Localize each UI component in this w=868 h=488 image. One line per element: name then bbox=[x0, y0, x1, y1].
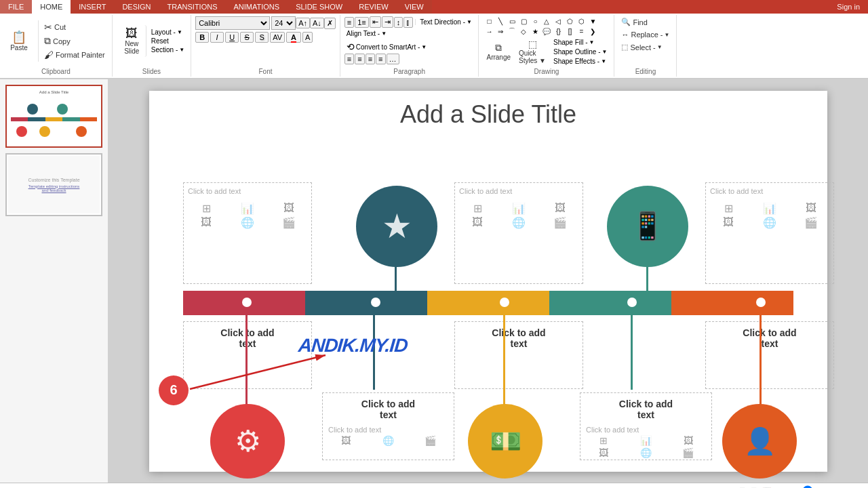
placeholder-icon: 🖼 bbox=[186, 216, 226, 229]
shape-chevron[interactable]: ❯ bbox=[587, 26, 598, 36]
slide-thumb-2[interactable]: 2 Customize this Template Template editi… bbox=[5, 153, 102, 216]
cut-button[interactable]: ✂ Cut bbox=[41, 20, 108, 34]
shape-arrow[interactable]: → bbox=[484, 26, 494, 36]
slide-title[interactable]: Add a Slide Title bbox=[149, 100, 827, 129]
shape-fill-button[interactable]: Shape Fill -▼ bbox=[551, 38, 609, 47]
timeline-dot-3 bbox=[500, 298, 509, 307]
status-bar: Slide 1 of 2 Notes ⊞ ⊟ 📖 ▶ 60% bbox=[0, 483, 868, 488]
font-color-button[interactable]: A bbox=[286, 32, 301, 43]
char-spacing-button[interactable]: AV bbox=[270, 32, 285, 43]
new-slide-button[interactable]: 🖼 NewSlide bbox=[117, 25, 146, 57]
tab-design[interactable]: DESIGN bbox=[114, 0, 159, 14]
justify-button[interactable]: ≡ bbox=[376, 54, 385, 64]
increase-font-button[interactable]: A↑ bbox=[296, 18, 310, 28]
strikethrough-button[interactable]: S bbox=[240, 32, 254, 43]
text-direction-button[interactable]: Text Direction -▼ bbox=[418, 18, 474, 26]
bullets-button[interactable]: ≡ bbox=[344, 17, 354, 28]
decrease-indent-button[interactable]: ⇤ bbox=[370, 16, 381, 28]
shape-curve[interactable]: ⌒ bbox=[507, 26, 517, 36]
shape-callout[interactable]: 💬 bbox=[541, 26, 552, 36]
align-text-button[interactable]: Align Text -▼ bbox=[344, 29, 389, 38]
shape-brace[interactable]: [] bbox=[564, 26, 575, 36]
shape-bracket[interactable]: {} bbox=[553, 26, 564, 36]
tab-file[interactable]: FILE bbox=[0, 0, 32, 14]
find-button[interactable]: 🔍 Find bbox=[618, 16, 650, 28]
card-1-placeholder[interactable]: Click to add text bbox=[184, 183, 311, 199]
arrange-button[interactable]: ⧉ Arrange bbox=[484, 41, 513, 62]
canvas-area: Add a Slide Title Click to add text ⊞ 📊 … bbox=[108, 79, 868, 483]
font-name-select[interactable]: Calibri bbox=[195, 16, 270, 30]
align-left-button[interactable]: ≡ bbox=[344, 54, 354, 64]
shape-circle[interactable]: ○ bbox=[530, 16, 540, 26]
tab-insert[interactable]: INSERT bbox=[71, 0, 114, 14]
shape-rect[interactable]: □ bbox=[484, 16, 494, 26]
font-group: Calibri 24 A↑ A↓ ✗ B I U S S AV A bbox=[191, 15, 340, 77]
shape-rtri[interactable]: ◁ bbox=[553, 16, 564, 26]
circle-star[interactable]: ★ bbox=[356, 186, 437, 267]
zoom-slider[interactable] bbox=[791, 485, 845, 489]
shape-penta[interactable]: ⬠ bbox=[564, 16, 575, 26]
tab-view[interactable]: VIEW bbox=[397, 0, 432, 14]
bold-button[interactable]: B bbox=[195, 32, 209, 43]
tab-slideshow[interactable]: SLIDE SHOW bbox=[288, 0, 351, 14]
tab-animations[interactable]: ANIMATIONS bbox=[226, 0, 288, 14]
shape-arrow2[interactable]: ⇒ bbox=[495, 26, 506, 36]
decrease-font-button[interactable]: A↓ bbox=[310, 18, 324, 28]
shape-effects-button[interactable]: Shape Effects -▼ bbox=[551, 57, 609, 66]
tab-transitions[interactable]: TRANSITIONS bbox=[159, 0, 226, 14]
quick-styles-button[interactable]: ⬚ QuickStyles ▼ bbox=[516, 37, 549, 66]
shape-rect2[interactable]: ▭ bbox=[507, 16, 517, 26]
copy-button[interactable]: ⧉ Copy bbox=[41, 34, 108, 48]
underline-button[interactable]: U bbox=[225, 32, 239, 43]
circle-phone[interactable]: 📱 bbox=[607, 186, 688, 267]
align-right-button[interactable]: ≡ bbox=[366, 54, 375, 64]
shape-star[interactable]: ★ bbox=[530, 26, 540, 36]
shadow-button[interactable]: S bbox=[255, 32, 269, 43]
card-3-bottom[interactable]: Click to addtext bbox=[454, 321, 583, 389]
card-4-bottom[interactable]: Click to addtext Click to add text ⊞ 📊 🖼… bbox=[580, 392, 712, 460]
placeholder-icon: 🌐 bbox=[228, 216, 268, 229]
placeholder-icon: 🎬 bbox=[269, 216, 309, 229]
line-spacing-button[interactable]: ↕ bbox=[394, 17, 403, 28]
card-2-bottom[interactable]: Click to addtext Click to add text 🖼 🌐 🎬 bbox=[322, 392, 454, 460]
more-para-button[interactable]: … bbox=[387, 54, 399, 64]
numbering-button[interactable]: 1≡ bbox=[355, 17, 369, 28]
card-3[interactable]: Click to add text ⊞ 📊 🖼 🖼 🌐 🎬 bbox=[454, 182, 583, 284]
slide-canvas[interactable]: Add a Slide Title Click to add text ⊞ 📊 … bbox=[149, 91, 827, 472]
section-button[interactable]: Section - ▼ bbox=[149, 45, 186, 54]
font-size-lg-button[interactable]: A bbox=[302, 32, 313, 43]
align-center-button[interactable]: ≡ bbox=[355, 54, 364, 64]
shape-outline-button[interactable]: Shape Outline -▼ bbox=[551, 47, 609, 56]
shape-round-rect[interactable]: ▢ bbox=[518, 16, 529, 26]
editing-label: Editing bbox=[614, 68, 676, 75]
select-button[interactable]: ⬚ Select - ▼ bbox=[618, 41, 665, 53]
replace-button[interactable]: ↔ Replace - ▼ bbox=[618, 29, 672, 40]
increase-indent-button[interactable]: ⇥ bbox=[382, 16, 393, 28]
font-size-select[interactable]: 24 bbox=[271, 16, 296, 30]
circle-money[interactable]: 💵 bbox=[468, 404, 542, 479]
shape-line[interactable]: ╲ bbox=[495, 16, 506, 26]
paste-button[interactable]: 📋 Paste bbox=[4, 29, 34, 54]
layout-button[interactable]: Layout - ▼ bbox=[149, 28, 186, 37]
shape-eq[interactable]: = bbox=[576, 26, 587, 36]
card-5[interactable]: Click to add text ⊞ 📊 🖼 🖼 🌐 🎬 bbox=[705, 182, 834, 284]
shape-hex[interactable]: ⬡ bbox=[576, 16, 587, 26]
clear-format-button[interactable]: ✗ bbox=[324, 18, 336, 29]
tab-home[interactable]: HOME bbox=[32, 0, 71, 14]
shape-diamond[interactable]: ◇ bbox=[518, 26, 529, 36]
shape-more[interactable]: ▼ bbox=[587, 16, 598, 26]
card-5-bottom[interactable]: Click to addtext bbox=[705, 321, 834, 389]
columns-button[interactable]: ⫿ bbox=[403, 17, 413, 28]
circle-gear[interactable]: ⚙ bbox=[210, 404, 285, 479]
slide-thumb-1[interactable]: 1 Add a Slide Title bbox=[5, 85, 102, 148]
circle-person[interactable]: 👤 bbox=[722, 404, 797, 479]
format-painter-button[interactable]: 🖌 Format Painter bbox=[41, 48, 108, 62]
shape-tri[interactable]: △ bbox=[541, 16, 552, 26]
italic-button[interactable]: I bbox=[210, 32, 224, 43]
convert-smartart-button[interactable]: ⟲ Convert to SmartArt - ▼ bbox=[344, 41, 429, 53]
timeline-segment-5 bbox=[671, 291, 793, 315]
tab-signin[interactable]: Sign in bbox=[829, 0, 868, 14]
reset-button[interactable]: Reset bbox=[149, 37, 186, 45]
card-1[interactable]: Click to add text ⊞ 📊 🖼 🖼 🌐 🎬 bbox=[183, 182, 312, 284]
tab-review[interactable]: REVIEW bbox=[351, 0, 396, 14]
